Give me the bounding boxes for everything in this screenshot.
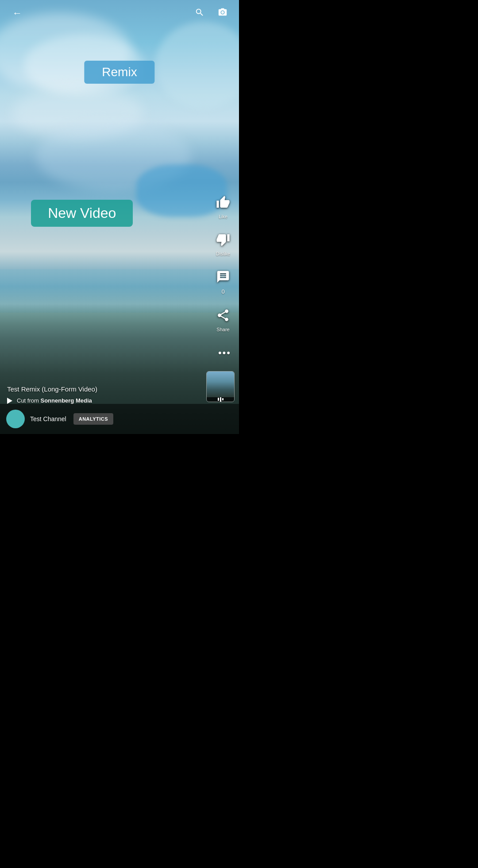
bar-viz-1 bbox=[218, 398, 219, 401]
analytics-button[interactable]: ANALYTICS bbox=[73, 413, 113, 425]
thumbnail-preview[interactable] bbox=[206, 371, 235, 402]
camera-button[interactable] bbox=[215, 5, 230, 22]
action-bar: Like Dislike 0 Share bbox=[213, 193, 233, 332]
comment-count: 0 bbox=[221, 288, 224, 295]
top-nav: ← bbox=[0, 0, 239, 27]
dislike-label: Dislike bbox=[216, 251, 230, 256]
more-options-button[interactable]: ••• bbox=[218, 347, 231, 359]
source-text: Cut from Sonnenberg Media bbox=[17, 397, 92, 404]
bar-viz-2 bbox=[220, 397, 221, 402]
dislike-button[interactable]: Dislike bbox=[213, 230, 233, 256]
dislike-icon bbox=[213, 230, 233, 249]
play-icon bbox=[7, 398, 12, 404]
bottom-bar: Test Channel ANALYTICS bbox=[0, 404, 239, 434]
channel-avatar bbox=[6, 410, 25, 428]
like-label: Like bbox=[219, 214, 227, 219]
share-icon bbox=[213, 306, 233, 325]
remix-badge: Remix bbox=[84, 61, 154, 84]
share-label: Share bbox=[216, 327, 229, 332]
comment-button[interactable]: 0 bbox=[213, 267, 233, 295]
comment-icon bbox=[213, 267, 233, 287]
share-button[interactable]: Share bbox=[213, 306, 233, 332]
thumbnail-bar bbox=[207, 397, 234, 402]
like-button[interactable]: Like bbox=[213, 193, 233, 219]
video-title: Test Remix (Long-Form Video) bbox=[7, 385, 193, 393]
source-row: Cut from Sonnenberg Media bbox=[7, 397, 193, 404]
source-prefix: Cut from bbox=[17, 397, 40, 404]
channel-name: Test Channel bbox=[30, 415, 66, 422]
search-button[interactable] bbox=[192, 5, 207, 22]
source-channel: Sonnenberg Media bbox=[40, 397, 92, 404]
video-info: Test Remix (Long-Form Video) Cut from So… bbox=[0, 385, 200, 404]
bar-viz-3 bbox=[222, 398, 224, 400]
back-button[interactable]: ← bbox=[9, 5, 26, 22]
thumbnail-image bbox=[207, 372, 234, 397]
new-video-badge: New Video bbox=[31, 200, 133, 227]
like-icon bbox=[213, 193, 233, 212]
